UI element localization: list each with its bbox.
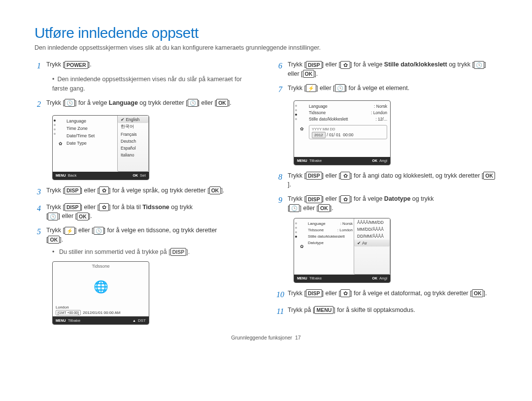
step-number: 2 xyxy=(34,98,43,110)
disp-key: DISP xyxy=(306,289,322,297)
page-title: Utføre innledende oppsett xyxy=(34,25,498,41)
step-8: 8 Trykk [DISP] eller [✿] for å angi dato… xyxy=(276,171,498,190)
step-11: 11 Trykk på [MENU] for å skifte til oppt… xyxy=(276,306,498,317)
step-number: 1 xyxy=(34,60,43,72)
step-6: 6 Trykk [DISP] eller [✿] for å velge Sti… xyxy=(276,60,498,79)
gear-icon: ✿ xyxy=(300,244,304,249)
disp-key: DISP xyxy=(65,186,81,194)
right-column: 6 Trykk [DISP] eller [✿] for å velge Sti… xyxy=(276,60,498,331)
step-9: 9 Trykk [DISP] eller [✿] for å velge Dat… xyxy=(276,194,498,213)
ok-key: OK xyxy=(209,186,221,194)
disp-key: DISP xyxy=(170,248,187,256)
language-screen: ✿ Language Time Zone Date/Time Set Date … xyxy=(52,115,149,180)
step-1: 1 Trykk [POWER]. xyxy=(34,60,256,72)
ok-key: OK xyxy=(77,213,89,220)
timer-icon: 🕓 xyxy=(474,61,484,69)
step-number: 9 xyxy=(276,194,285,206)
ok-key: OK xyxy=(318,204,330,212)
step-number: 5 xyxy=(34,226,43,238)
ok-key: OK xyxy=(472,289,484,297)
step-1-note: Den innledende oppsettsskjermen vises nå… xyxy=(34,75,256,93)
flower-icon: ✿ xyxy=(340,195,350,203)
page-footer: Grunnleggende funksjoner 17 xyxy=(34,335,498,340)
flower-icon: ✿ xyxy=(340,289,350,297)
flower-icon: ✿ xyxy=(340,61,350,69)
flash-icon: ⚡ xyxy=(65,227,75,235)
timer-icon: 🕓 xyxy=(65,99,75,107)
timer-icon: 🕓 xyxy=(289,204,299,212)
step-number: 7 xyxy=(276,84,285,95)
intro-text: Den innledende oppsettsskjermen vises sl… xyxy=(34,44,498,51)
timezone-screen: Tidssone 🌐 London [GMT +00:00] 2012/01/0… xyxy=(52,261,149,325)
timer-icon: 🕓 xyxy=(48,213,58,220)
step-number: 11 xyxy=(276,306,285,317)
gear-icon: ✿ xyxy=(300,126,304,131)
timer-icon: 🕓 xyxy=(188,99,198,107)
flower-icon: ✿ xyxy=(99,203,109,211)
left-column: 1 Trykk [POWER]. Den innledende oppsetts… xyxy=(34,60,256,331)
step-number: 3 xyxy=(34,186,43,198)
datetype-dropdown: ÅÅÅÅ/MM/DD MM/DD/ÅÅÅÅ DD/MM/ÅÅÅÅ ✔ Av xyxy=(354,218,390,275)
step-10: 10 Trykk [DISP] eller [✿] for å velge et… xyxy=(276,289,498,301)
step-7: 7 Trykk [⚡] eller [🕓] for å velge et ele… xyxy=(276,84,498,95)
disp-key: DISP xyxy=(65,203,81,211)
step-4: 4 Trykk [DISP] eller [✿] for å bla til T… xyxy=(34,203,256,221)
ok-key: OK xyxy=(48,236,60,244)
disp-key: DISP xyxy=(306,172,322,180)
ok-key: OK xyxy=(216,99,228,107)
ok-key: OK xyxy=(483,172,495,180)
step-number: 10 xyxy=(276,289,285,301)
language-dropdown: ✔ English 한국어 Français Deutsch Español I… xyxy=(117,115,149,172)
flower-icon: ✿ xyxy=(340,172,350,180)
datetype-screen: ✿ Language: Norsk Tidssone: London Still… xyxy=(294,218,391,283)
disp-key: DISP xyxy=(306,195,322,203)
step-2: 2 Trykk [🕓] for å velge Language og tryk… xyxy=(34,98,256,110)
flash-icon: ⚡ xyxy=(306,84,316,92)
flower-icon: ✿ xyxy=(99,186,109,194)
world-map-icon: 🌐 xyxy=(53,270,149,304)
ok-key: OK xyxy=(303,70,315,78)
menu-key: MENU xyxy=(314,306,333,314)
step-number: 8 xyxy=(276,171,285,183)
step-number: 4 xyxy=(34,203,43,215)
step-5: 5 Trykk [⚡] eller [🕓] for å velge en tid… xyxy=(34,226,256,245)
timer-icon: 🕓 xyxy=(94,227,104,235)
step-5-note: Du stiller inn sommertid ved å trykke på… xyxy=(34,247,256,257)
disp-key: DISP xyxy=(306,61,322,69)
gear-icon: ✿ xyxy=(59,141,63,146)
power-key: POWER xyxy=(65,61,88,69)
datetime-screen: ✿ Language: Norsk Tidssone: London Still… xyxy=(294,100,391,165)
step-3: 3 Trykk [DISP] eller [✿] for å velge spr… xyxy=(34,186,256,198)
step-number: 6 xyxy=(276,60,285,72)
timer-icon: 🕓 xyxy=(335,84,345,92)
